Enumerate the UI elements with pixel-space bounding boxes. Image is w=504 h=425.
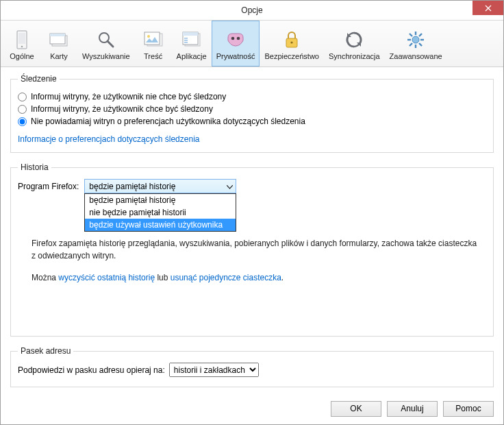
tracking-radio-1-input[interactable] — [18, 93, 27, 101]
tracking-legend: Śledzenie — [18, 74, 60, 84]
svg-rect-15 — [183, 32, 198, 36]
category-toolbar: Ogólne Karty Wyszukiwanie Treść Aplikacj… — [1, 21, 503, 67]
close-icon — [485, 5, 492, 12]
addressbar-group: Pasek adresu Podpowiedzi w pasku adresu … — [10, 346, 494, 387]
svg-rect-7 — [50, 34, 65, 36]
cancel-button[interactable]: Anuluj — [387, 401, 438, 417]
history-mode-dropdown: będzie pamiętał historię nie będzie pami… — [84, 193, 236, 232]
tracking-radio-2-input[interactable] — [18, 105, 27, 114]
history-mode-option-custom[interactable]: będzie używał ustawień użytkownika — [85, 219, 236, 231]
svg-line-31 — [410, 43, 412, 46]
tab-general[interactable]: Ogólne — [3, 21, 40, 66]
history-group: Historia Program Firefox: będzie pamięta… — [10, 162, 494, 337]
tab-sync[interactable]: Synchronizacja — [324, 21, 385, 66]
svg-line-30 — [419, 34, 422, 36]
svg-point-20 — [237, 36, 240, 40]
svg-point-23 — [412, 36, 419, 43]
svg-line-29 — [419, 43, 422, 46]
tab-tabs[interactable]: Karty — [40, 21, 77, 66]
tab-search[interactable]: Wyszukiwanie — [77, 21, 135, 66]
help-button[interactable]: Pomoc — [443, 401, 494, 417]
history-mode-combo[interactable]: będzie pamiętał historię będzie pamiętał… — [84, 179, 236, 193]
chevron-down-icon — [227, 182, 233, 191]
tracking-group: Śledzenie Informuj witryny, że użytkowni… — [10, 74, 494, 153]
tab-privacy[interactable]: Prywatność — [212, 21, 260, 66]
titlebar: Opcje — [1, 1, 503, 21]
close-button[interactable] — [473, 1, 503, 15]
tab-applications[interactable]: Aplikacje — [172, 21, 212, 66]
history-description: Firefox zapamięta historię przeglądania,… — [32, 237, 486, 262]
applications-icon — [181, 29, 203, 51]
tab-advanced[interactable]: Zaawansowane — [385, 21, 447, 66]
svg-rect-16 — [184, 38, 188, 39]
history-mode-option-remember[interactable]: będzie pamiętał historię — [85, 194, 236, 206]
history-mode-display[interactable]: będzie pamiętał historię — [84, 179, 236, 193]
sync-icon — [343, 29, 365, 51]
clear-history-link[interactable]: wyczyścić ostatnią historię — [58, 273, 155, 282]
history-links-row: Można wyczyścić ostatnią historię lub us… — [32, 273, 486, 282]
svg-point-4 — [21, 45, 23, 47]
addressbar-suggest-select[interactable]: historii i zakładkach — [169, 363, 259, 377]
remove-cookies-link[interactable]: usunąć pojedyncze ciasteczka — [171, 273, 281, 282]
svg-line-9 — [108, 41, 113, 47]
svg-rect-18 — [184, 42, 188, 43]
svg-point-19 — [231, 36, 235, 40]
svg-rect-17 — [184, 40, 188, 41]
tab-security[interactable]: Bezpieczeństwo — [260, 21, 324, 66]
security-icon — [281, 29, 303, 51]
content-pane: Śledzenie Informuj witryny, że użytkowni… — [1, 67, 503, 391]
history-mode-option-never[interactable]: nie będzie pamiętał historii — [85, 206, 236, 219]
tab-content[interactable]: Treść — [135, 21, 172, 66]
content-icon — [142, 29, 164, 51]
gear-icon — [405, 29, 427, 51]
history-legend: Historia — [18, 162, 51, 172]
history-program-label: Program Firefox: — [18, 182, 79, 191]
tracking-info-link[interactable]: Informacje o preferencjach dotyczących ś… — [18, 134, 199, 144]
addressbar-legend: Pasek adresu — [18, 346, 73, 356]
addressbar-suggest-label: Podpowiedzi w pasku adresu opieraj na: — [18, 365, 165, 375]
privacy-icon — [225, 29, 247, 51]
tracking-radio-no-pref[interactable]: Nie powiadamiaj witryn o preferencjach u… — [18, 117, 486, 126]
svg-rect-11 — [144, 32, 160, 45]
tracking-radio-do-track[interactable]: Informuj witryny, że użytkownik chce być… — [18, 104, 486, 114]
tracking-radio-3-input[interactable] — [18, 117, 27, 126]
window-title: Opcje — [1, 5, 503, 15]
svg-line-28 — [410, 34, 412, 36]
svg-point-22 — [291, 41, 293, 43]
general-icon — [11, 29, 33, 51]
dialog-footer: OK Anuluj Pomoc — [1, 391, 503, 425]
svg-rect-3 — [18, 33, 25, 44]
tracking-radio-no-track[interactable]: Informuj witryny, że użytkownik nie chce… — [18, 92, 486, 101]
tabs-icon — [48, 29, 70, 51]
search-icon — [95, 29, 117, 51]
svg-point-12 — [147, 35, 150, 38]
ok-button[interactable]: OK — [331, 401, 381, 417]
